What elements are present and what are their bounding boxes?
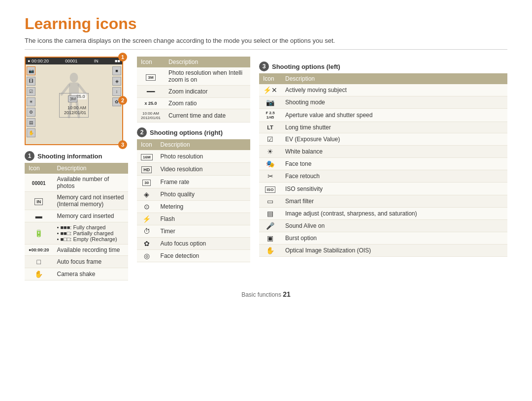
row-desc: Long time shutter bbox=[281, 122, 507, 133]
col-icon-3: Icon bbox=[259, 73, 281, 84]
cam-icon-7: ✋ bbox=[27, 128, 35, 137]
zoom-info-table: Icon Description 3M Photo resolution whe… bbox=[137, 57, 250, 123]
table-row: ●00:00:20 Available recording time bbox=[25, 245, 128, 256]
shooting-left-title: Shooting options (left) bbox=[272, 63, 340, 70]
cam-icon-4: ☀ bbox=[27, 97, 35, 106]
footer: Basic functions 21 bbox=[25, 290, 507, 298]
shooting-right-title: Shooting options (right) bbox=[150, 129, 223, 136]
shooting-info-title: Shooting information bbox=[37, 153, 102, 160]
row-desc: Zoom indicator bbox=[165, 86, 250, 98]
row-desc: Burst option bbox=[281, 232, 507, 245]
shooting-left-header: 3 Shooting options (left) bbox=[259, 62, 507, 71]
table-row: 00001 Available number of photos bbox=[25, 174, 128, 192]
row-icon: 16M bbox=[137, 150, 157, 163]
table-row: ◈ Photo quality bbox=[137, 188, 250, 201]
row-desc: Face detection bbox=[157, 250, 250, 262]
shooting-info-table: Icon Description 00001 Available number … bbox=[25, 163, 128, 280]
table-row: 3M Photo resolution when Intelli zoom is… bbox=[137, 67, 250, 86]
row-desc: Actively moving subject bbox=[281, 84, 507, 96]
row-desc: Photo resolution when Intelli zoom is on bbox=[165, 67, 250, 86]
row-desc: Available number of photos bbox=[53, 174, 128, 192]
row-icon: ISO bbox=[259, 183, 281, 195]
table-row: ⚡✕ Actively moving subject bbox=[259, 84, 507, 96]
row-desc: Memory card inserted bbox=[53, 210, 128, 222]
table-row: x 25.0 Zoom ratio bbox=[137, 98, 250, 109]
shooting-right-table: Icon Description 16M Photo resolution HD… bbox=[137, 139, 250, 262]
table-row: □ Auto focus frame bbox=[25, 256, 128, 268]
table-row: ⏱ Timer bbox=[137, 225, 250, 238]
camera-top-bar: ● 00:00:20 00001 IN ■■ bbox=[26, 58, 122, 64]
row-desc: Image adjust (contrast, sharpness, and s… bbox=[281, 208, 507, 220]
col-icon-zoom: Icon bbox=[137, 57, 165, 67]
section-num-1: 1 bbox=[25, 151, 34, 161]
cam-icon-r2: ◈ bbox=[112, 77, 121, 86]
table-row: ✋ Camera shake bbox=[25, 268, 128, 280]
row-desc: Photo resolution bbox=[157, 150, 250, 163]
table-row: F 2.51/45 Aperture value and shutter spe… bbox=[259, 109, 507, 122]
row-icon: ✋ bbox=[25, 268, 53, 280]
row-desc: Sound Alive on bbox=[281, 220, 507, 232]
row-icon: ▭ bbox=[259, 195, 281, 208]
row-desc: Shooting mode bbox=[281, 96, 507, 109]
table-row: ━━ Zoom indicator bbox=[137, 86, 250, 98]
row-icon: ☀ bbox=[259, 146, 281, 158]
table-row: ▣ Burst option bbox=[259, 232, 507, 245]
shooting-info-header: 1 Shooting information bbox=[25, 151, 128, 161]
table-row: 30 Frame rate bbox=[137, 176, 250, 188]
row-icon: 🎤 bbox=[259, 220, 281, 232]
row-desc: Frame rate bbox=[157, 176, 250, 188]
page-title: Learning icons bbox=[25, 15, 507, 33]
row-desc: Memory card not inserted (Internal memor… bbox=[53, 192, 128, 210]
row-icon: ▬ bbox=[25, 210, 53, 222]
row-desc: Auto focus frame bbox=[53, 256, 128, 268]
row-desc: Smart filter bbox=[281, 195, 507, 208]
col-icon-1: Icon bbox=[25, 163, 53, 174]
table-row: 🔋 ■■■: Fully charged ■■□: Partially char… bbox=[25, 222, 128, 245]
col-desc-zoom: Description bbox=[165, 57, 250, 67]
section-num-3: 3 bbox=[259, 62, 269, 71]
row-icon: □ bbox=[25, 256, 53, 268]
row-desc: White balance bbox=[281, 146, 507, 158]
row-icon: 🎭 bbox=[259, 158, 281, 170]
row-icon: IN bbox=[25, 192, 53, 210]
col-desc-1: Description bbox=[53, 163, 128, 174]
table-row: 🎤 Sound Alive on bbox=[259, 220, 507, 232]
row-icon: ✋ bbox=[259, 245, 281, 257]
footer-page: 21 bbox=[283, 290, 291, 298]
row-desc: Metering bbox=[157, 201, 250, 213]
table-row: ▭ Smart filter bbox=[259, 195, 507, 208]
table-row: ✂ Face retouch bbox=[259, 170, 507, 183]
cam-icon-3: ☑ bbox=[27, 87, 35, 96]
row-icon: ◎ bbox=[137, 250, 157, 262]
camera-section: ● 00:00:20 00001 IN ■■ 📷 🎞 ☑ ☀ ⚙ bbox=[25, 57, 128, 280]
table-row: LT Long time shutter bbox=[259, 122, 507, 133]
row-desc: Optical Image Stabilization (OIS) bbox=[281, 245, 507, 257]
camera-count: 00001 bbox=[65, 59, 77, 63]
row-desc: Video resolution bbox=[157, 163, 250, 176]
row-icon: ▣ bbox=[259, 232, 281, 245]
table-row: 16M Photo resolution bbox=[137, 150, 250, 163]
row-icon: LT bbox=[259, 122, 281, 133]
marker-2: 2 bbox=[118, 96, 127, 105]
table-row: 🎭 Face tone bbox=[259, 158, 507, 170]
focus-frame: x 25.0 3M 10:00 AM2012/01/01 bbox=[59, 93, 89, 118]
cam-icon-5: ⚙ bbox=[27, 108, 35, 117]
row-icon: ✂ bbox=[259, 170, 281, 183]
table-row: ◎ Face detection bbox=[137, 250, 250, 262]
zoom-info-section: Icon Description 3M Photo resolution whe… bbox=[137, 57, 250, 123]
col-icon-2: Icon bbox=[137, 139, 157, 150]
table-row: ▬ Memory card inserted bbox=[25, 210, 128, 222]
cam-icon-1: 📷 bbox=[27, 66, 35, 75]
row-desc: Face retouch bbox=[281, 170, 507, 183]
camera-memory: IN bbox=[94, 59, 99, 63]
row-icon: 30 bbox=[137, 176, 157, 188]
row-icon: ⏱ bbox=[137, 225, 157, 238]
svg-point-0 bbox=[70, 73, 78, 83]
table-row: IN Memory card not inserted (Internal me… bbox=[25, 192, 128, 210]
cam-icon-6: ▤ bbox=[27, 118, 35, 127]
table-row: HD Video resolution bbox=[137, 163, 250, 176]
camera-time: ● 00:00:20 bbox=[28, 59, 49, 63]
table-row: ☑ EV (Exposure Value) bbox=[259, 133, 507, 146]
row-icon: 📷 bbox=[259, 96, 281, 109]
row-desc: Current time and date bbox=[165, 109, 250, 123]
